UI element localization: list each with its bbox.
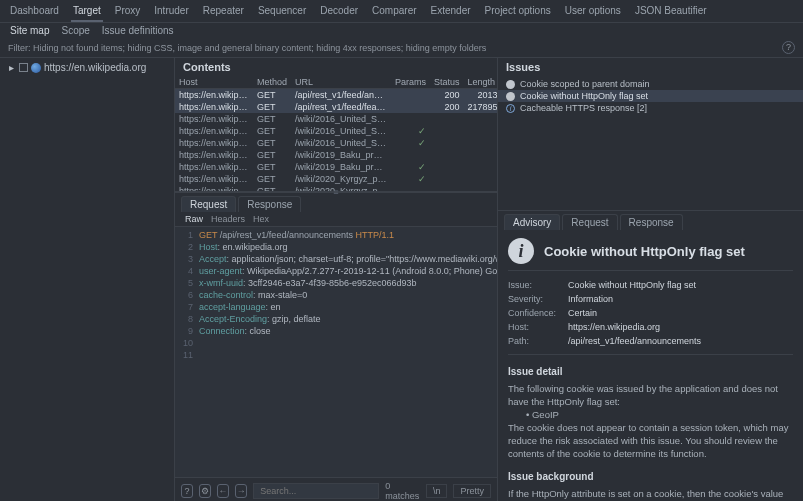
- table-row[interactable]: https://en.wikipedia.orgGET/wiki/2019_Ba…: [175, 149, 497, 161]
- advisory-tab-request[interactable]: Request: [562, 214, 617, 230]
- filter-text: Filter: Hiding not found items; hiding C…: [8, 43, 486, 53]
- col-status[interactable]: Status: [430, 76, 464, 89]
- help-icon[interactable]: ?: [181, 484, 193, 498]
- meta-row: Issue:Cookie without HttpOnly flag set: [508, 279, 793, 292]
- table-row[interactable]: https://en.wikipedia.orgGET/api/rest_v1/…: [175, 89, 497, 102]
- tab-target[interactable]: Target: [71, 3, 103, 22]
- advisory-panel: i Cookie without HttpOnly flag set Issue…: [498, 230, 803, 501]
- detail-bullet: • GeoIP: [526, 408, 793, 421]
- table-row[interactable]: https://en.wikipedia.orgGET/wiki/2019_Ba…: [175, 161, 497, 173]
- issues-title: Issues: [498, 58, 803, 76]
- col-host[interactable]: Host: [175, 76, 253, 89]
- table-row[interactable]: https://en.wikipedia.orgGET/wiki/2016_Un…: [175, 137, 497, 149]
- search-input[interactable]: [253, 483, 379, 499]
- info-severity-icon: i: [506, 104, 515, 113]
- col-params[interactable]: Params: [391, 76, 430, 89]
- advisory-tab-advisory[interactable]: Advisory: [504, 214, 560, 230]
- newline-toggle[interactable]: \n: [426, 484, 448, 498]
- low-severity-icon: [506, 92, 515, 101]
- background-p: If the HttpOnly attribute is set on a co…: [508, 487, 793, 501]
- tab-repeater[interactable]: Repeater: [201, 3, 246, 22]
- view-mode-tabs: RawHeadersHex: [175, 212, 497, 227]
- tab-request[interactable]: Request: [181, 196, 236, 212]
- tree-root-label: https://en.wikipedia.org: [44, 62, 146, 73]
- meta-row: Host:https://en.wikipedia.org: [508, 321, 793, 334]
- advisory-tab-response[interactable]: Response: [620, 214, 683, 230]
- table-row[interactable]: https://en.wikipedia.orgGET/wiki/2020_Ky…: [175, 173, 497, 185]
- tab-intruder[interactable]: Intruder: [152, 3, 190, 22]
- table-row[interactable]: https://en.wikipedia.orgGET/wiki/2016_Un…: [175, 113, 497, 125]
- issue-label: Cookie scoped to parent domain: [520, 79, 650, 89]
- contents-title: Contents: [175, 58, 497, 76]
- gear-icon[interactable]: ⚙: [199, 484, 211, 498]
- table-row[interactable]: https://en.wikipedia.orgGET/wiki/2016_Un…: [175, 125, 497, 137]
- raw-request-view[interactable]: 1GET /api/rest_v1/feed/announcements HTT…: [175, 227, 497, 477]
- back-icon[interactable]: ←: [217, 484, 229, 498]
- issue-detail-heading: Issue detail: [508, 365, 793, 378]
- help-icon[interactable]: ?: [782, 41, 795, 54]
- tab-response[interactable]: Response: [238, 196, 301, 212]
- advisory-title: Cookie without HttpOnly flag set: [544, 245, 745, 258]
- site-tree: ▸ https://en.wikipedia.org: [0, 58, 175, 501]
- issue-row[interactable]: Cookie without HttpOnly flag set: [498, 90, 803, 102]
- top-tabs: DashboardTargetProxyIntruderRepeaterSequ…: [0, 0, 803, 23]
- tab-sequencer[interactable]: Sequencer: [256, 3, 308, 22]
- tab-comparer[interactable]: Comparer: [370, 3, 418, 22]
- tab-dashboard[interactable]: Dashboard: [8, 3, 61, 22]
- horizontal-splitter[interactable]: [175, 191, 497, 193]
- globe-icon: [31, 63, 41, 73]
- pretty-toggle[interactable]: Pretty: [453, 484, 491, 498]
- issue-label: Cookie without HttpOnly flag set: [520, 91, 648, 101]
- subtab-site-map[interactable]: Site map: [10, 25, 49, 36]
- subtab-scope[interactable]: Scope: [61, 25, 89, 36]
- view-headers[interactable]: Headers: [211, 214, 245, 224]
- tab-project-options[interactable]: Project options: [483, 3, 553, 22]
- issue-background-heading: Issue background: [508, 470, 793, 483]
- tree-root[interactable]: ▸ https://en.wikipedia.org: [6, 62, 168, 73]
- advisory-tabs: AdvisoryRequestResponse: [498, 210, 803, 230]
- meta-row: Confidence:Certain: [508, 307, 793, 320]
- view-hex[interactable]: Hex: [253, 214, 269, 224]
- checkbox-icon[interactable]: [19, 63, 28, 72]
- sub-tabs: Site mapScopeIssue definitions: [0, 23, 803, 38]
- contents-table: HostMethodURLParamsStatusLengthMIhttps:/…: [175, 76, 497, 191]
- col-method[interactable]: Method: [253, 76, 291, 89]
- filter-bar[interactable]: Filter: Hiding not found items; hiding C…: [0, 38, 803, 58]
- subtab-issue-definitions[interactable]: Issue definitions: [102, 25, 174, 36]
- detail-p2: The cookie does not appear to contain a …: [508, 421, 793, 460]
- issue-label: Cacheable HTTPS response [2]: [520, 103, 647, 113]
- issues-list: Cookie scoped to parent domainCookie wit…: [498, 76, 803, 116]
- tab-proxy[interactable]: Proxy: [113, 3, 143, 22]
- col-url[interactable]: URL: [291, 76, 391, 89]
- tab-decoder[interactable]: Decoder: [318, 3, 360, 22]
- view-raw[interactable]: Raw: [185, 214, 203, 224]
- meta-row: Severity:Information: [508, 293, 793, 306]
- forward-icon[interactable]: →: [235, 484, 247, 498]
- issue-row[interactable]: iCacheable HTTPS response [2]: [498, 102, 803, 114]
- col-length[interactable]: Length: [464, 76, 497, 89]
- search-bar: ? ⚙ ← → 0 matches \n Pretty: [175, 477, 497, 501]
- table-row[interactable]: https://en.wikipedia.orgGET/api/rest_v1/…: [175, 101, 497, 113]
- issue-row[interactable]: Cookie scoped to parent domain: [498, 78, 803, 90]
- meta-row: Path:/api/rest_v1/feed/announcements: [508, 335, 793, 348]
- info-icon: i: [508, 238, 534, 264]
- detail-p1: The following cookie was issued by the a…: [508, 382, 793, 408]
- low-severity-icon: [506, 80, 515, 89]
- match-count: 0 matches: [385, 481, 420, 501]
- tab-json-beautifier[interactable]: JSON Beautifier: [633, 3, 709, 22]
- chevron-right-icon[interactable]: ▸: [6, 62, 16, 73]
- tab-user-options[interactable]: User options: [563, 3, 623, 22]
- tab-extender[interactable]: Extender: [429, 3, 473, 22]
